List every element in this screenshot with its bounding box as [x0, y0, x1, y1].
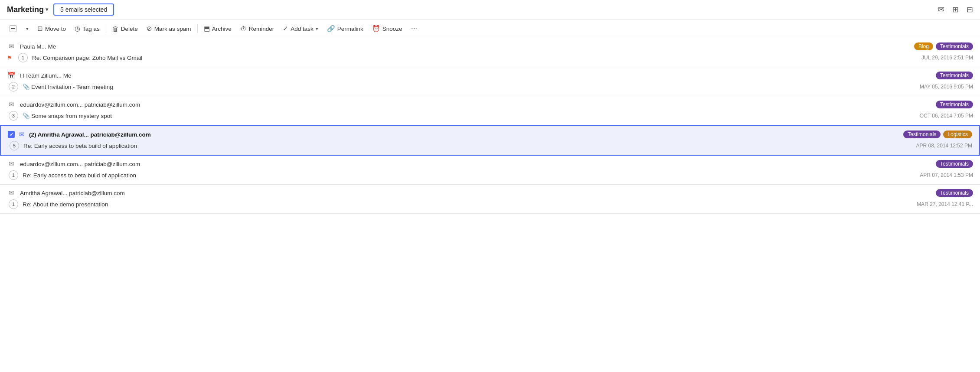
sender-name-1: Paula M... Me	[20, 43, 910, 50]
tag-testimonials: Testimonials	[936, 72, 973, 79]
add-task-chevron-icon: ▾	[316, 26, 318, 32]
avatar-icon-1: ✉	[7, 42, 16, 50]
tag-as-button[interactable]: ◷ Tag as	[70, 22, 104, 35]
email-icon-4: ✉	[19, 131, 25, 138]
grid-icon[interactable]: ⊞	[952, 5, 959, 14]
tags-1: BlogTestimonials	[914, 42, 973, 50]
chevron-button[interactable]: ▾	[22, 23, 33, 34]
tag-testimonials: Testimonials	[936, 160, 973, 168]
header-left: Marketing ▾ 5 emails selected	[7, 3, 114, 16]
thread-num-2: 2	[9, 82, 18, 91]
checkmark-icon: ✓	[283, 25, 288, 33]
move-to-button[interactable]: ⊡ Move to	[33, 22, 70, 35]
thread-num-6: 1	[9, 199, 18, 209]
flag-icon-1: ⚑	[7, 55, 12, 61]
reminder-button[interactable]: ⏱ Reminder	[236, 23, 279, 35]
mark-as-spam-label: Mark as spam	[154, 26, 191, 32]
spam-icon: ⊘	[147, 25, 152, 33]
avatar-icon-2: 📅	[7, 72, 16, 79]
sender-name-2: ITTeam Zillum... Me	[20, 72, 931, 79]
toolbar: ▾ ⊡ Move to ◷ Tag as 🗑 Delete ⊘ Mark as …	[0, 20, 980, 38]
subject-6: Re: About the demo presentation	[23, 201, 912, 208]
add-task-button[interactable]: ✓ Add task ▾	[278, 22, 323, 35]
subject-row-6: 1 Re: About the demo presentation MAR 27…	[0, 199, 980, 213]
mark-as-spam-button[interactable]: ⊘ Mark as spam	[142, 22, 196, 35]
more-icon: ⋯	[411, 25, 417, 32]
tag-icon: ◷	[75, 25, 80, 33]
tags-6: Testimonials	[936, 189, 973, 197]
delete-button[interactable]: 🗑 Delete	[108, 23, 142, 35]
tag-logistics: Logistics	[943, 131, 972, 138]
delete-icon: 🗑	[112, 25, 119, 33]
date-1: JUL 29, 2016 2:51 PM	[921, 55, 973, 61]
move-to-label: Move to	[45, 26, 66, 32]
tag-testimonials: Testimonials	[936, 42, 973, 50]
tag-testimonials: Testimonials	[936, 189, 973, 197]
thread-num-3: 3	[9, 111, 18, 121]
thread-2[interactable]: 📅 ITTeam Zillum... Me Testimonials 2 📎Ev…	[0, 67, 980, 96]
tags-3: Testimonials	[936, 101, 973, 108]
add-task-label: Add task	[291, 26, 314, 32]
attachment-icon-3: 📎	[23, 113, 30, 119]
sender-name-6: Amritha Agrawal... patriciab@zillum.com	[20, 190, 931, 196]
subject-row-4: 5 Re: Early access to beta build of appl…	[1, 140, 979, 155]
more-button[interactable]: ⋯	[407, 23, 421, 35]
email-list: ✉ Paula M... Me BlogTestimonials ⚑ 1 Re.…	[0, 38, 980, 214]
delete-label: Delete	[121, 26, 138, 32]
subject-row-1: ⚑ 1 Re. Comparison page: Zoho Mail vs Gm…	[0, 52, 980, 67]
sender-row-4: ✉ (2) Amritha Agrawal... patriciab@zillu…	[1, 126, 979, 140]
thread-6[interactable]: ✉ Amritha Agrawal... patriciab@zillum.co…	[0, 185, 980, 214]
sender-row-1: ✉ Paula M... Me BlogTestimonials	[0, 38, 980, 52]
chevron-down-icon: ▾	[26, 26, 29, 32]
sender-row-5: ✉ eduardov@zillum.com... patriciab@zillu…	[0, 156, 980, 170]
subject-2: 📎Event Invitation - Team meeting	[23, 83, 915, 90]
clock-icon: ⏰	[372, 25, 380, 33]
thread-num-5: 1	[9, 170, 18, 180]
folder-name[interactable]: Marketing ▾	[7, 5, 48, 14]
sender-name-3: eduardov@zillum.com... patriciab@zillum.…	[20, 101, 931, 108]
folder-label: Marketing	[7, 5, 44, 14]
sender-row-3: ✉ eduardov@zillum.com... patriciab@zillu…	[0, 96, 980, 110]
separator-2	[197, 24, 198, 33]
archive-label: Archive	[212, 26, 232, 32]
tag-testimonials: Testimonials	[936, 101, 973, 108]
thread-num-4: 5	[10, 141, 19, 150]
select-all-checkbox[interactable]	[10, 25, 16, 32]
thread-5[interactable]: ✉ eduardov@zillum.com... patriciab@zillu…	[0, 156, 980, 185]
date-4: APR 08, 2014 12:52 PM	[916, 143, 972, 149]
subject-4: Re: Early access to beta build of applic…	[23, 143, 912, 149]
avatar-icon-5: ✉	[7, 160, 16, 168]
tag-blog: Blog	[914, 42, 933, 50]
thread-checkbox-4[interactable]	[8, 131, 15, 138]
move-to-icon: ⊡	[37, 25, 43, 33]
tag-testimonials: Testimonials	[903, 131, 941, 138]
separator-1	[106, 24, 106, 33]
archive-button[interactable]: ⬒ Archive	[199, 22, 236, 35]
folder-dropdown-icon[interactable]: ▾	[46, 7, 48, 13]
avatar-icon-6: ✉	[7, 189, 16, 197]
permalink-label: Permalink	[337, 26, 363, 32]
subject-row-3: 3 📎Some snaps from mystery spot OCT 06, …	[0, 110, 980, 125]
reminder-label: Reminder	[249, 26, 274, 32]
header-right: ✉ ⊞ ⊟	[938, 5, 973, 14]
table-icon[interactable]: ⊟	[967, 5, 973, 14]
header: Marketing ▾ 5 emails selected ✉ ⊞ ⊟	[0, 0, 980, 20]
thread-1[interactable]: ✉ Paula M... Me BlogTestimonials ⚑ 1 Re.…	[0, 38, 980, 67]
thread-num-1: 1	[18, 53, 28, 62]
attachment-icon-2: 📎	[23, 84, 30, 90]
snooze-button[interactable]: ⏰ Snooze	[368, 22, 407, 35]
snooze-label: Snooze	[382, 26, 402, 32]
date-6: MAR 27, 2014 12:41 P...	[917, 201, 973, 207]
sender-name-5: eduardov@zillum.com... patriciab@zillum.…	[20, 161, 931, 167]
select-all-button[interactable]	[5, 23, 22, 35]
permalink-button[interactable]: 🔗 Permalink	[323, 22, 368, 35]
tags-2: Testimonials	[936, 72, 973, 79]
sender-row-2: 📅 ITTeam Zillum... Me Testimonials	[0, 67, 980, 81]
tags-4: TestimonialsLogistics	[903, 131, 972, 138]
subject-3: 📎Some snaps from mystery spot	[23, 112, 915, 119]
compose-icon[interactable]: ✉	[938, 5, 944, 14]
sender-row-6: ✉ Amritha Agrawal... patriciab@zillum.co…	[0, 185, 980, 199]
thread-3[interactable]: ✉ eduardov@zillum.com... patriciab@zillu…	[0, 96, 980, 125]
subject-5: Re: Early access to beta build of applic…	[23, 172, 915, 179]
thread-4[interactable]: ✉ (2) Amritha Agrawal... patriciab@zillu…	[0, 125, 980, 156]
